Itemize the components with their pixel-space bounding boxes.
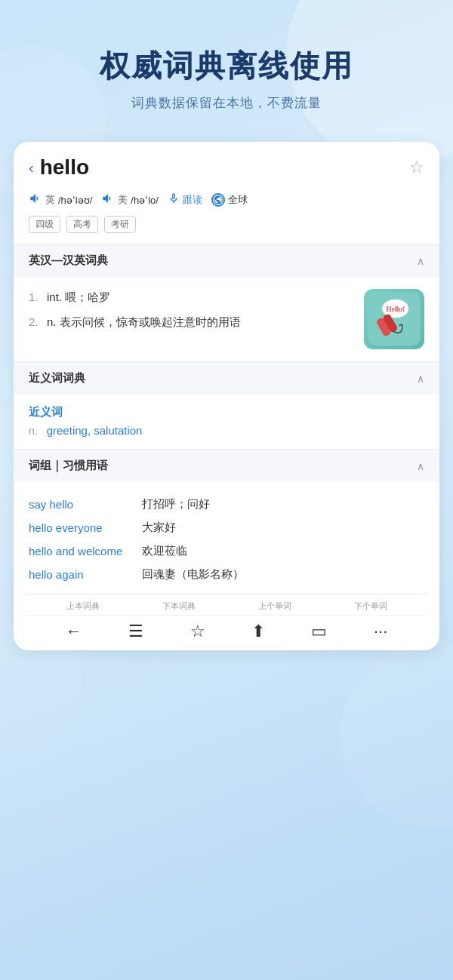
- prev-dict-button[interactable]: 上本词典: [66, 601, 100, 612]
- definition-section: 1. int. 喂；哈罗 2. n. 表示问候，惊奇或唤起注意时的用语 Hell…: [14, 277, 439, 361]
- word-header: ‹ hello ☆: [14, 142, 439, 189]
- more-nav-icon[interactable]: ···: [374, 622, 387, 641]
- phrase-meaning-4: 回魂妻（电影名称）: [142, 567, 244, 582]
- tags-row: 四级 高考 考研: [14, 216, 439, 244]
- back-button[interactable]: ‹: [29, 159, 34, 177]
- phrase-link-1[interactable]: say hello: [29, 498, 134, 511]
- phrase-meaning-3: 欢迎莅临: [142, 544, 187, 558]
- def-num-2: 2.: [29, 314, 42, 331]
- bg-decoration-3: [340, 641, 453, 829]
- phonetic-us[interactable]: 美 /həˈlo/: [101, 192, 159, 208]
- word-left: ‹ hello: [29, 155, 89, 180]
- phrases-section-title: 词组｜习惯用语: [29, 459, 108, 473]
- prev-word-button[interactable]: 上个单词: [258, 601, 291, 612]
- dict-section-header[interactable]: 英汉—汉英词典 ∧: [14, 244, 439, 277]
- back-nav-icon[interactable]: ←: [66, 622, 82, 641]
- definition-item-2: 2. n. 表示问候，惊奇或唤起注意时的用语: [29, 314, 355, 331]
- svg-text:Hello!: Hello!: [386, 305, 405, 313]
- phonetic-us-label: 美: [118, 193, 128, 207]
- phrases-section-header[interactable]: 词组｜习惯用语 ∧: [14, 449, 439, 482]
- def-text-2: n. 表示问候，惊奇或唤起注意时的用语: [47, 314, 355, 331]
- microphone-icon: [168, 192, 180, 207]
- tag-gaokao: 高考: [66, 216, 98, 233]
- word-title: hello: [40, 155, 89, 180]
- share-nav-icon[interactable]: ⬆: [251, 622, 265, 641]
- phrase-item-3: hello and welcome 欢迎莅临: [29, 539, 424, 563]
- phrase-item-4: hello again 回魂妻（电影名称）: [29, 563, 424, 586]
- globe-icon: [211, 193, 225, 207]
- header-section: 权威词典离线使用 词典数据保留在本地，不费流量: [0, 0, 453, 134]
- phrase-link-2[interactable]: hello everyone: [29, 521, 134, 534]
- synonyms-section-header[interactable]: 近义词词典 ∧: [14, 361, 439, 395]
- phonetic-uk-text: /həˈləʊ/: [58, 195, 92, 206]
- phrase-link-4[interactable]: hello again: [29, 568, 134, 581]
- synonyms-section-title: 近义词词典: [29, 371, 85, 386]
- def-text-1: int. 喂；哈罗: [47, 289, 355, 306]
- synonyms-section: 近义词 n. greeting, salutation: [14, 395, 439, 449]
- speaker-uk-icon: [29, 192, 42, 208]
- definition-item-1: 1. int. 喂；哈罗: [29, 289, 355, 306]
- synonyms-row: n. greeting, salutation: [29, 424, 424, 437]
- follow-read-button[interactable]: 跟读: [168, 192, 202, 207]
- phonetics-row: 英 /həˈləʊ/ 美 /həˈlo/ 跟读 全球: [14, 189, 439, 216]
- def-num-1: 1.: [29, 289, 42, 306]
- global-button[interactable]: 全球: [211, 193, 248, 207]
- tag-kaoyan: 考研: [104, 216, 136, 233]
- window-nav-icon[interactable]: ▭: [311, 622, 327, 641]
- next-dict-button[interactable]: 下本词典: [162, 601, 196, 612]
- global-label: 全球: [228, 193, 248, 207]
- synonyms-chevron-icon: ∧: [417, 373, 424, 385]
- dictionary-card: ‹ hello ☆ 英 /həˈləʊ/ 美 /həˈlo/ 跟读: [14, 142, 439, 650]
- tag-cet4: 四级: [29, 216, 60, 233]
- follow-read-label: 跟读: [183, 193, 202, 207]
- star-nav-icon[interactable]: ☆: [190, 622, 205, 641]
- dict-section-title: 英汉—汉英词典: [29, 253, 108, 268]
- list-nav-icon[interactable]: ☰: [128, 622, 143, 641]
- next-word-button[interactable]: 下个单词: [354, 601, 387, 612]
- phonetic-uk-label: 英: [45, 193, 55, 207]
- phrase-item-1: say hello 打招呼；问好: [29, 493, 424, 516]
- nav-actions-row: 上本词典 下本词典 上个单词 下个单词: [27, 601, 426, 615]
- phrase-item-2: hello everyone 大家好: [29, 516, 424, 539]
- synonyms-words[interactable]: greeting, salutation: [47, 424, 143, 437]
- bottom-navigation: 上本词典 下本词典 上个单词 下个单词 ← ☰ ☆ ⬆ ▭ ···: [27, 594, 426, 650]
- synonyms-pos: n.: [29, 425, 38, 437]
- phrase-meaning-1: 打招呼；问好: [142, 497, 210, 512]
- phrase-meaning-2: 大家好: [142, 521, 176, 535]
- definitions-block: 1. int. 喂；哈罗 2. n. 表示问候，惊奇或唤起注意时的用语: [29, 289, 355, 338]
- phrases-section: say hello 打招呼；问好 hello everyone 大家好 hell…: [14, 482, 439, 594]
- nav-icons-row: ← ☰ ☆ ⬆ ▭ ···: [27, 615, 426, 647]
- header-subtitle: 词典数据保留在本地，不费流量: [30, 94, 423, 112]
- phonetic-us-text: /həˈlo/: [131, 195, 159, 206]
- header-title: 权威词典离线使用: [30, 45, 423, 87]
- chevron-up-icon: ∧: [417, 255, 424, 267]
- speaker-us-icon: [101, 192, 115, 208]
- phrases-chevron-icon: ∧: [417, 460, 424, 472]
- hello-illustration: Hello!: [364, 289, 424, 349]
- synonyms-label: 近义词: [29, 405, 424, 419]
- phrase-link-3[interactable]: hello and welcome: [29, 545, 134, 558]
- bookmark-icon[interactable]: ☆: [409, 158, 424, 177]
- phonetic-uk[interactable]: 英 /həˈləʊ/: [29, 192, 92, 208]
